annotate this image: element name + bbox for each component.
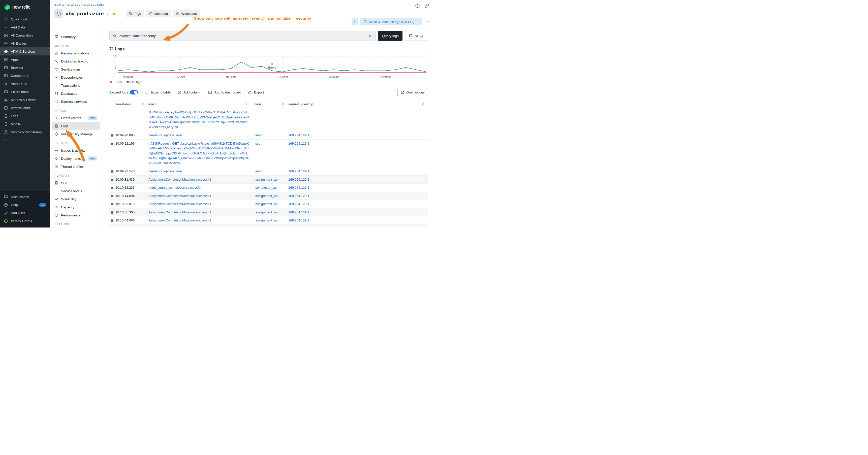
row-select-checkbox[interactable] (111, 142, 114, 145)
entity-switcher-chevron[interactable] (106, 12, 110, 16)
global-nav-item-browser[interactable]: Browser (0, 64, 50, 71)
column-header-label[interactable]: label (255, 100, 288, 108)
entity-nav-item-summary[interactable]: Summary (52, 33, 99, 41)
event-link[interactable]: AssignmentCompletionMutation successful (149, 202, 211, 206)
row-select-checkbox[interactable] (111, 195, 114, 197)
global-nav-item-logs[interactable]: Logs (0, 112, 50, 120)
label-link[interactable]: completion_api (255, 186, 277, 190)
event-link[interactable]: JUQVU&code=eyJraWQiOiJjcGltY29yZV8wOTl1M… (149, 110, 249, 129)
time-range-picker[interactable]: Since 30 minutes ago (GMT+2) (360, 18, 422, 25)
row-select-checkbox[interactable] (111, 203, 114, 205)
options-menu-button[interactable] (424, 47, 428, 52)
entity-nav-item-thread-profiler[interactable]: Thread profiler (52, 162, 99, 170)
entity-nav-item-deployments[interactable]: DeploymentsNew (52, 155, 99, 162)
global-nav-item-quick-find[interactable]: Quick Find (0, 15, 50, 23)
remove-column-icon[interactable] (421, 102, 425, 106)
log-row[interactable]: 10:09:22.540create_or_update_userimport1… (110, 167, 428, 175)
global-nav-item-all-entities[interactable]: All Entities (0, 39, 50, 47)
time-back-button[interactable] (351, 19, 358, 25)
ip-link[interactable]: 169.254.129.1 (288, 202, 309, 206)
clear-search-icon[interactable] (368, 34, 372, 38)
ip-link[interactable]: 169.254.129.1 (288, 227, 309, 228)
entity-nav-item-capacity[interactable]: Capacity (52, 203, 99, 211)
column-header-event[interactable]: event (149, 100, 255, 108)
add-column-button[interactable]: Add column (177, 90, 202, 95)
global-footer-item-add-user[interactable]: Add User (0, 209, 50, 217)
global-footer-item-iterativ-gmbh[interactable]: Iterativ GmbH (0, 217, 50, 225)
log-row[interactable]: 10:10:49.051mark_course_completion succe… (110, 225, 428, 228)
entity-nav-item-transactions[interactable]: Transactions (52, 82, 99, 90)
label-link[interactable]: assignment_api (255, 219, 278, 222)
query-logs-button[interactable]: Query logs (378, 31, 403, 41)
label-link[interactable]: sso (255, 141, 260, 145)
event-link[interactable]: AssignmentCompletionMutation successful (149, 219, 211, 222)
label-link[interactable]: assignment_api (255, 194, 278, 198)
row-select-checkbox[interactable] (111, 220, 114, 222)
global-nav-item-synthetic-monitoring[interactable]: Synthetic Monitoring (0, 128, 50, 136)
event-link[interactable]: AssignmentCompletionMutation successful (149, 194, 211, 198)
ip-link[interactable]: 169.254.129.1 (288, 177, 309, 182)
ip-link[interactable]: 169.254.129.1 (288, 169, 309, 173)
row-select-checkbox[interactable] (111, 212, 114, 214)
tags-button[interactable]: Tags (126, 10, 144, 18)
entity-nav-item-dependencies[interactable]: Dependencies (52, 73, 99, 82)
global-footer-item-discussions[interactable]: Discussions (0, 193, 50, 201)
copy-permalink-button[interactable] (424, 3, 430, 8)
expand-table-button[interactable]: Expand table (145, 90, 170, 95)
logs-query-input[interactable] (119, 34, 366, 38)
entity-nav-item-databases[interactable]: Databases (52, 90, 99, 98)
label-link[interactable]: assignment_api (255, 177, 278, 182)
row-select-checkbox[interactable] (111, 178, 114, 181)
global-nav-item-dashboards[interactable]: Dashboards (0, 71, 50, 79)
remove-column-icon[interactable] (245, 102, 248, 106)
log-row[interactable]: 10:09:31.439AssignmentCompletionMutation… (110, 175, 428, 184)
entity-nav-item-recommendations[interactable]: Recommendations (52, 49, 99, 57)
column-header-request-client-ip[interactable]: request_client_ip (288, 100, 428, 108)
event-link[interactable]: create_or_update_user (149, 133, 182, 137)
log-row[interactable]: 10:10:13.235mark_course_completion succe… (110, 184, 428, 192)
newrelic-logo[interactable]: new relic. (0, 0, 50, 13)
add-to-dashboard-button[interactable]: Add to dashboard (208, 90, 241, 95)
time-forward-button[interactable] (424, 19, 431, 25)
entity-nav-item-errors-errors-inb[interactable]: Errors (errors inb...New (52, 114, 99, 122)
ip-link[interactable]: 169.254.129.1 (288, 219, 309, 222)
ip-link[interactable]: 169.254.129.1 (288, 186, 309, 190)
logs-timeseries-chart[interactable]: 05101510:15am10:20am10:25am10:30am10:35a… (110, 54, 428, 79)
label-link[interactable]: assignment_api (255, 202, 278, 206)
ip-link[interactable]: 169.254.129.1 (288, 210, 309, 214)
open-in-logs-button[interactable]: Open in logs (397, 89, 428, 96)
log-row[interactable]: 10:09:22.196<ASGIRequest: GET '/sso/call… (110, 139, 428, 167)
event-link[interactable]: AssignmentCompletionMutation successful (149, 177, 211, 182)
entity-nav-item-external-services[interactable]: External services (52, 98, 99, 105)
label-link[interactable]: import (255, 169, 265, 173)
event-link[interactable]: create_or_update_user (149, 169, 182, 173)
legend-item-all-logs[interactable]: All Logs (126, 80, 141, 84)
remove-column-icon[interactable] (281, 102, 284, 106)
help-circle-button[interactable] (415, 3, 420, 8)
global-nav-item-apps[interactable]: Apps (0, 56, 50, 64)
entity-nav-item-logs[interactable]: Logs (52, 122, 99, 130)
event-link[interactable]: mark_course_completion successful (149, 227, 202, 228)
row-select-checkbox[interactable] (111, 134, 114, 136)
nrql-button[interactable]: NRQL (405, 31, 428, 41)
label-link[interactable]: completion_api (255, 227, 277, 228)
logs-search-bar[interactable] (110, 31, 375, 41)
global-nav-item-mobile[interactable]: Mobile (0, 120, 50, 128)
event-link[interactable]: mark_course_completion successful (149, 186, 202, 190)
column-header-timestamp[interactable]: timestamp (116, 100, 149, 108)
global-nav-item-add-data[interactable]: Add Data (0, 23, 50, 31)
log-row[interactable]: 10:10:44.066AssignmentCompletionMutation… (110, 217, 428, 225)
global-nav-item-dots[interactable] (0, 136, 50, 144)
label-link[interactable]: import (255, 133, 265, 137)
log-row[interactable]: JUQVU&code=eyJraWQiOiJjcGltY29yZV8wOTl1M… (110, 108, 428, 131)
label-link[interactable]: assignment_api (255, 210, 278, 214)
row-select-checkbox[interactable] (111, 170, 114, 172)
remove-column-icon[interactable] (142, 102, 145, 106)
entity-nav-item-sla[interactable]: SLA (52, 179, 99, 187)
entity-nav-item-issues-activity[interactable]: Issues & activity (52, 147, 99, 155)
global-nav-item-alerts-ai[interactable]: Alerts & AI (0, 79, 50, 88)
expand-logs-toggle[interactable] (130, 90, 138, 95)
entity-nav-item-performance[interactable]: Performance (52, 211, 99, 219)
global-footer-item-help[interactable]: Help70 (0, 201, 50, 209)
breadcrumb-link-services-apm[interactable]: Services - APM (82, 3, 104, 7)
